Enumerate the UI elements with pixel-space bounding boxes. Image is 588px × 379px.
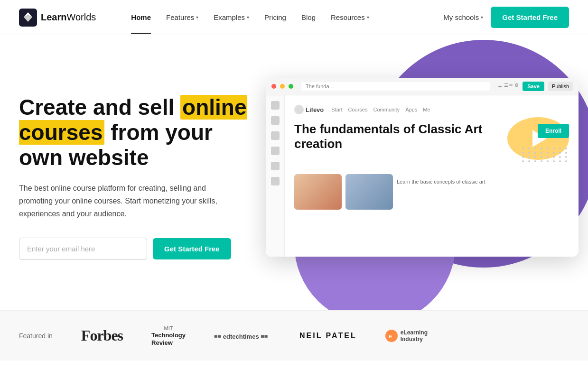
nav-links: Home Features ▾ Examples ▾ Pricing Blog … [124, 9, 443, 25]
nav-blog[interactable]: Blog [295, 9, 322, 25]
site-header: Lifevo Start Courses Community Apps Me [294, 105, 569, 114]
logo-mit: MIT TechnologyReview [151, 325, 186, 346]
course-description: Learn the basic concepts of classic art [397, 178, 569, 186]
publish-button[interactable]: Publish [548, 82, 573, 91]
dots-pattern [522, 148, 569, 162]
site-nav: Start Courses Community Apps Me [331, 107, 430, 112]
nav-right: My schools ▾ Get Started Free [443, 7, 569, 28]
nav-home[interactable]: Home [124, 9, 158, 25]
nav-pricing[interactable]: Pricing [258, 9, 293, 25]
logo-neilpatel: NEIL PATEL [299, 332, 357, 340]
sidebar-icon-1 [271, 101, 280, 110]
elearning-text: eLearningIndustry [401, 329, 428, 342]
sidebar-icon-5 [271, 162, 280, 170]
browser-dot-yellow [280, 84, 285, 89]
toolbar-icons: ☰ ✏ ⚙ [504, 83, 519, 90]
logo-elearning: e eLearningIndustry [385, 329, 428, 342]
nav-features[interactable]: Features ▾ [159, 9, 205, 25]
elearning-icon: e [385, 330, 398, 342]
browser-dot-red [271, 84, 276, 89]
featured-bar: Featured in Forbes MIT TechnologyReview … [0, 310, 588, 361]
site-logo: Lifevo [294, 105, 324, 114]
sidebar-icon-2 [271, 116, 280, 125]
hero-left: Create and sell online courses from your… [19, 95, 256, 259]
hero-right: The funda... + ☰ ✏ ⚙ Save Publish [266, 68, 569, 287]
logo-edtech: ≡≡ edtechtimes ≡≡ [214, 330, 271, 342]
logo[interactable]: LearnWorlds [19, 9, 96, 27]
hero-cta-button[interactable]: Get Started Free [153, 238, 231, 259]
chevron-down-icon: ▾ [196, 15, 198, 20]
logo-icon [19, 9, 37, 27]
browser-url-bar: The funda... [301, 82, 490, 91]
browser-sidebar [266, 95, 285, 257]
site-logo-icon [294, 105, 304, 114]
save-button[interactable]: Save [523, 82, 544, 91]
photos-row: Learn the basic concepts of classic art [294, 174, 569, 210]
edtech-logo-svg: ≡≡ edtechtimes ≡≡ [214, 330, 271, 342]
featured-label: Featured in [19, 332, 53, 340]
course-title: The fundamentals of Classic Art creation [294, 122, 498, 151]
chevron-down-icon: ▾ [247, 15, 249, 20]
student-photo-1 [294, 174, 342, 210]
hero-description: The best online course platform for crea… [19, 182, 228, 221]
enroll-btn-area: Enroll [538, 124, 569, 138]
hero-section: Create and sell online courses from your… [0, 35, 588, 310]
browser-mockup: The funda... + ☰ ✏ ⚙ Save Publish [266, 78, 579, 257]
navbar: LearnWorlds Home Features ▾ Examples ▾ P… [0, 0, 588, 35]
nav-resources[interactable]: Resources ▾ [324, 9, 376, 25]
student-photo-2 [345, 174, 393, 210]
browser-dot-green [289, 84, 293, 89]
featured-logos: Forbes MIT TechnologyReview ≡≡ edtechtim… [81, 325, 569, 346]
enroll-button[interactable]: Enroll [538, 124, 569, 138]
svg-text:≡≡ edtechtimes ≡≡: ≡≡ edtechtimes ≡≡ [214, 333, 268, 340]
hero-title: Create and sell online courses from your… [19, 95, 256, 170]
sidebar-icon-6 [271, 177, 280, 185]
sidebar-icon-3 [271, 131, 280, 140]
logo-forbes: Forbes [81, 327, 123, 344]
chevron-down-icon: ▾ [481, 15, 483, 20]
browser-main-content: Lifevo Start Courses Community Apps Me T… [285, 95, 579, 257]
sidebar-icon-4 [271, 147, 280, 155]
browser-topbar: The funda... + ☰ ✏ ⚙ Save Publish [266, 78, 579, 95]
hero-cta: Get Started Free [19, 238, 256, 260]
chevron-down-icon: ▾ [367, 15, 369, 20]
course-desc-area: Learn the basic concepts of classic art [397, 174, 569, 210]
browser-content: Lifevo Start Courses Community Apps Me T… [266, 95, 579, 257]
nav-examples[interactable]: Examples ▾ [207, 9, 256, 25]
my-schools-button[interactable]: My schools ▾ [443, 13, 483, 21]
svg-text:e: e [389, 333, 392, 340]
email-input[interactable] [19, 238, 147, 260]
navbar-cta-button[interactable]: Get Started Free [491, 7, 569, 28]
logo-text: LearnWorlds [41, 12, 96, 23]
toolbar-add-icon[interactable]: + [498, 83, 502, 90]
